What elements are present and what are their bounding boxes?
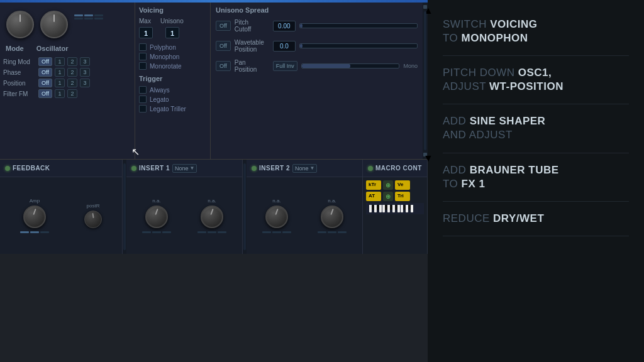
insert2-knob1[interactable]	[265, 206, 288, 228]
macro-tri-btn[interactable]: Tri	[395, 192, 410, 201]
macro-ktr-btn[interactable]: kTr	[366, 180, 381, 190]
pitch-off-btn[interactable]: Off	[216, 21, 231, 31]
tick-4[interactable]	[74, 18, 83, 19]
mono-tag: Mono	[403, 63, 418, 69]
insert2-ticks2	[318, 231, 347, 233]
macro-row-2: AT ⊕ Tri	[366, 192, 424, 201]
pan-off-btn[interactable]: Off	[216, 61, 231, 71]
wavetable-slider[interactable]	[299, 43, 418, 48]
main-knobs	[3, 6, 131, 43]
position-3-btn[interactable]: 3	[80, 79, 90, 87]
polyphon-group: Polyphon Monophon Monorotate	[139, 43, 206, 70]
feedback-postr-label: postR	[87, 203, 100, 209]
insert1-dot	[131, 166, 136, 171]
scroll-track[interactable]	[424, 11, 426, 150]
macro-icon-2[interactable]: ⊕	[383, 192, 393, 201]
ringmod-1-btn[interactable]: 1	[55, 57, 65, 66]
insert1-dropdown[interactable]: None ▼	[172, 164, 197, 173]
tick-2[interactable]	[84, 14, 93, 16]
voicing-panel: Voicing Max Unisono 1 1 Polyphon Monopho…	[135, 3, 211, 159]
position-1-btn[interactable]: 1	[55, 79, 65, 87]
tick-3[interactable]	[94, 14, 103, 16]
macro-icon-1[interactable]: ⊕	[383, 180, 393, 190]
main-knob-1[interactable]	[6, 11, 34, 38]
tutorial-text-1: SWITCH VOICING TO MONOPHON	[443, 18, 629, 45]
unisono-title: Unisono Spread	[216, 6, 418, 14]
insert2-knob2[interactable]	[321, 206, 343, 228]
tick-6[interactable]	[94, 18, 103, 19]
t7	[262, 231, 271, 233]
tutorial-highlight-1b: MONOPHON	[462, 32, 528, 44]
always-check[interactable]	[139, 86, 147, 94]
legato-check[interactable]	[139, 96, 147, 103]
insert2-dropdown-arrow: ▼	[310, 165, 315, 171]
bottom-scroll-track-1[interactable]	[123, 163, 126, 250]
filterfm-2-btn[interactable]: 2	[67, 89, 77, 98]
voicing-values-row: 1 1	[139, 27, 206, 38]
t11	[328, 231, 336, 233]
insert1-knob2[interactable]	[201, 206, 223, 228]
phase-2-btn[interactable]: 2	[67, 68, 77, 77]
filterfm-1-btn[interactable]: 1	[55, 89, 65, 98]
scroll-up-btn[interactable]: ▲	[423, 5, 427, 9]
t9	[282, 231, 291, 233]
tutorial-text-3: ADD SINE SHAPER AND ADJUST	[443, 114, 629, 142]
insert2-dropdown[interactable]: None ▼	[292, 164, 317, 173]
position-off-btn[interactable]: Off	[38, 79, 52, 87]
tick-1[interactable]	[74, 14, 83, 16]
main-knob-2[interactable]	[40, 11, 68, 38]
wavetable-off-btn[interactable]: Off	[216, 41, 231, 51]
unisono-value-box[interactable]: 1	[165, 27, 179, 38]
legato-triller-check[interactable]	[139, 105, 147, 112]
insert2-block: INSERT 2 None ▼ n.a. n.a.	[247, 160, 363, 254]
monorotate-check[interactable]	[139, 62, 147, 70]
insert1-dropdown-arrow: ▼	[190, 165, 195, 171]
t4	[197, 231, 206, 233]
insert1-knobs: n.a. n.a.	[126, 177, 242, 254]
scroll-down-btn[interactable]: ▼	[423, 153, 427, 156]
feedback-amp-knob[interactable]	[23, 206, 46, 228]
ringmod-off-btn[interactable]: Off	[38, 57, 52, 66]
macro-at-btn[interactable]: AT	[366, 192, 381, 201]
tutorial-text-4: ADD BRAUNER TUBE TO FX 1	[443, 163, 629, 191]
feedback-block: FEEDBACK Amp postR	[0, 160, 123, 254]
pk-b3	[385, 205, 387, 210]
phase-off-btn[interactable]: Off	[38, 68, 52, 77]
legato-row: Legato	[139, 96, 206, 103]
full-inv-btn[interactable]: Full Inv	[273, 61, 297, 71]
wavetable-value[interactable]: 0.0	[273, 41, 296, 52]
insert2-dropdown-value: None	[295, 165, 309, 172]
t10	[318, 231, 326, 233]
feedback-amp-ticks	[20, 231, 49, 233]
osc-panel: Mode Oscillator Ring Mod Off 1 2 3 Phase…	[0, 3, 135, 159]
tick-5[interactable]	[84, 18, 93, 19]
pitch-value[interactable]: 0.00	[273, 21, 296, 31]
macro-row-1: kTr ⊕ Ve	[366, 180, 424, 190]
insert1-knob1[interactable]	[145, 206, 168, 228]
feedback-amp-wrap: Amp	[20, 198, 49, 233]
bottom-scroll-track-2[interactable]	[243, 163, 246, 250]
pan-slider[interactable]	[301, 63, 400, 69]
tutorial-text-5: REDUCE DRY/WET	[443, 212, 629, 226]
position-2-btn[interactable]: 2	[67, 79, 77, 87]
macro-grid: kTr ⊕ Ve AT ⊕ Tri	[363, 177, 427, 217]
filterfm-off-btn[interactable]: Off	[38, 89, 52, 98]
insert2-knobs: n.a. n.a.	[247, 177, 362, 254]
pk-b5	[395, 205, 397, 210]
ringmod-2-btn[interactable]: 2	[67, 57, 77, 66]
polyphon-check[interactable]	[139, 43, 147, 51]
monophon-label: Monophon	[150, 53, 179, 60]
phase-1-btn[interactable]: 1	[55, 68, 65, 77]
max-value-box[interactable]: 1	[139, 27, 153, 38]
pan-label: Pan	[235, 59, 269, 66]
insert1-ticks2	[197, 231, 226, 233]
monophon-check[interactable]	[139, 53, 147, 60]
feedback-postr-knob[interactable]	[84, 211, 102, 228]
tutorial-highlight-2b: WT-POSITION	[489, 80, 564, 92]
pitch-slider[interactable]	[299, 23, 418, 28]
ringmod-3-btn[interactable]: 3	[80, 57, 90, 66]
voicing-max-row: Max Unisono	[139, 18, 206, 25]
phase-3-btn[interactable]: 3	[80, 68, 90, 77]
feedback-title: FEEDBACK	[13, 165, 50, 172]
macro-ve-btn[interactable]: Ve	[395, 180, 410, 190]
